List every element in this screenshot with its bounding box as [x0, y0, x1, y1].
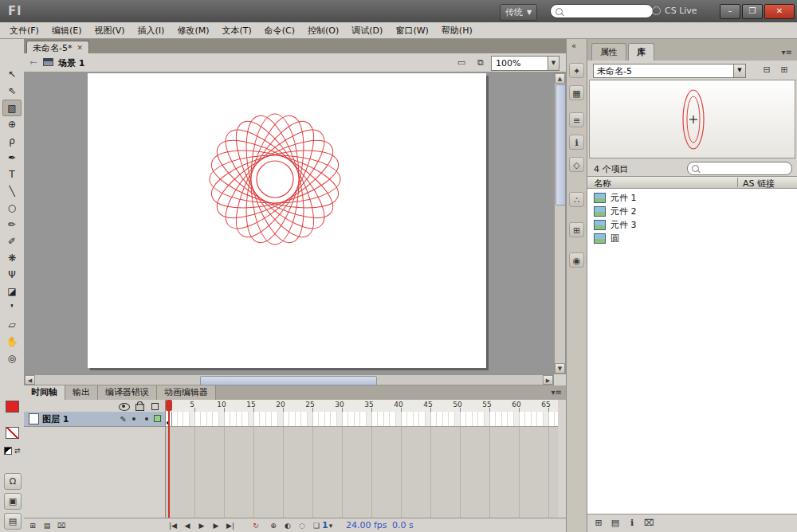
layer-outline-color-chip[interactable] [154, 415, 161, 422]
frames-pane[interactable]: 5 10 15 20 25 30 35 40 45 50 55 60 65 [166, 400, 558, 518]
tab-timeline[interactable]: 时间轴 [24, 385, 65, 400]
layer-lock-dot[interactable] [145, 417, 148, 421]
tab-library[interactable]: 库 [628, 43, 654, 61]
step-forward-button[interactable]: ▶ [210, 520, 222, 531]
oval-tool[interactable]: ○ [2, 200, 22, 217]
info-panel-icon[interactable]: ℹ [569, 135, 584, 150]
line-tool[interactable]: ╲ [2, 183, 22, 200]
text-tool[interactable]: T [2, 166, 22, 183]
back-arrow-icon[interactable]: ← [29, 57, 37, 68]
tab-compiler-errors[interactable]: 编译器错误 [98, 385, 157, 400]
layer-row[interactable]: 图层 1 ✎ [24, 412, 165, 427]
loop-playback-button[interactable]: ↻ [250, 520, 261, 531]
new-folder-button[interactable]: ▤ [608, 517, 622, 530]
scroll-up-icon[interactable]: ▲ [555, 73, 565, 84]
library-panel-menu-icon[interactable]: ▾≡ [782, 48, 792, 57]
tool-option-button-2[interactable]: ▣ [4, 493, 22, 510]
step-back-button[interactable]: ◀ [182, 520, 193, 531]
close-button[interactable]: ✕ [764, 4, 795, 19]
menu-window[interactable]: 窗口(W) [389, 23, 434, 38]
menu-control[interactable]: 控制(O) [301, 23, 345, 38]
column-header-as-linkage[interactable]: AS 链接 [743, 178, 775, 190]
eyedropper-tool[interactable]: ❜ [2, 300, 22, 317]
new-symbol-button[interactable]: ⊞ [591, 517, 606, 530]
canvas-vertical-scrollbar[interactable]: ▲ ▼ [554, 72, 566, 374]
fill-color-swatch[interactable] [6, 427, 19, 439]
restore-button[interactable]: ❐ [742, 4, 763, 19]
search-input[interactable] [550, 4, 654, 18]
scroll-right-icon[interactable]: ▶ [543, 375, 553, 385]
minimize-button[interactable]: – [720, 4, 740, 19]
lasso-tool[interactable]: ρ [2, 133, 22, 150]
edit-symbols-button[interactable]: ⧉ [473, 57, 488, 69]
menu-debug[interactable]: 调试(D) [345, 23, 389, 38]
elapsed-time-value[interactable]: 0.0 s [392, 520, 414, 530]
list-item[interactable]: 元件 2 [587, 205, 797, 218]
pasteboard[interactable] [24, 72, 554, 374]
list-item[interactable]: 元件 1 [587, 191, 797, 205]
eraser-tool[interactable]: ▱ [2, 317, 22, 334]
zoom-level-select[interactable]: 100% ▼ [491, 56, 559, 71]
layer-frames-row[interactable] [166, 412, 558, 427]
show-hide-layers-icon[interactable] [119, 403, 130, 411]
play-button[interactable]: ▶ [196, 520, 207, 531]
motion-presets-panel-icon[interactable]: ◉ [569, 252, 584, 268]
tab-motion-editor[interactable]: 动画编辑器 [157, 385, 216, 400]
workspace-switcher-button[interactable]: 传统 ▼ [500, 4, 537, 21]
3d-rotation-tool[interactable]: ⊕ [2, 116, 22, 133]
selection-tool[interactable]: ↖ [2, 66, 22, 83]
paint-bucket-tool[interactable]: ◪ [2, 284, 22, 300]
document-tab[interactable]: 未命名-5* ✕ [26, 41, 89, 54]
scroll-left-icon[interactable]: ◀ [25, 375, 35, 385]
menu-text[interactable]: 文本(T) [215, 23, 257, 38]
menu-edit[interactable]: 编辑(E) [45, 23, 88, 38]
delete-item-button[interactable]: ⌧ [642, 517, 656, 530]
edit-multiple-frames-button[interactable]: ❏ [311, 520, 322, 531]
pin-library-button[interactable]: ⊟ [760, 64, 773, 76]
lock-layers-icon[interactable] [135, 404, 144, 411]
color-panel-icon[interactable]: ✦ [569, 63, 584, 78]
tab-output[interactable]: 输出 [65, 385, 98, 400]
hand-tool[interactable]: ✋ [2, 334, 22, 350]
tab-properties[interactable]: 属性 [591, 43, 626, 61]
edit-scene-button[interactable]: ▭ [454, 57, 469, 69]
menu-insert[interactable]: 插入(I) [132, 23, 171, 38]
menu-file[interactable]: 文件(F) [3, 23, 45, 38]
bone-tool[interactable]: Ψ [2, 267, 22, 284]
layer-name[interactable]: 图层 1 [42, 413, 69, 425]
scroll-down-icon[interactable]: ▼ [555, 363, 565, 374]
pen-tool[interactable]: ✒ [2, 150, 22, 166]
zoom-tool[interactable]: ◎ [2, 350, 22, 367]
frame-rate-value[interactable]: 24.00 fps [346, 520, 387, 530]
stroke-color-swatch[interactable] [6, 401, 19, 413]
center-frame-button[interactable]: ⊕ [268, 520, 279, 531]
pencil-tool[interactable]: ✏ [2, 217, 22, 233]
free-transform-tool[interactable]: ▧ [2, 100, 22, 116]
menu-modify[interactable]: 修改(M) [171, 23, 215, 38]
brush-tool[interactable]: ✐ [2, 233, 22, 250]
new-library-panel-button[interactable]: ⊞ [778, 64, 791, 76]
align-panel-icon[interactable]: ≡ [569, 112, 584, 127]
transform-panel-icon[interactable]: ◇ [569, 157, 584, 172]
library-document-select[interactable]: 未命名-5 ▼ [593, 64, 746, 78]
menu-help[interactable]: 帮助(H) [435, 23, 479, 38]
menu-commands[interactable]: 命令(C) [258, 23, 301, 38]
onion-skin-button[interactable]: ◐ [282, 520, 293, 531]
timeline-panel-menu-icon[interactable]: ▾≡ [552, 388, 562, 397]
subselection-tool[interactable]: ⇖ [2, 83, 22, 100]
list-item[interactable]: 元件 3 [587, 218, 797, 232]
library-search-input[interactable] [687, 162, 792, 175]
snap-option-button[interactable]: Ω [4, 473, 22, 490]
swap-colors-button[interactable]: ⇄ [14, 447, 21, 455]
canvas-horizontal-scrollbar[interactable]: ◀ ▶ [24, 374, 554, 385]
components-panel-icon[interactable]: ⊞ [569, 222, 584, 237]
new-folder-button[interactable]: ▤ [41, 520, 53, 531]
list-item[interactable]: 圆 [587, 232, 797, 245]
code-snippets-panel-icon[interactable]: ∴ [569, 192, 584, 207]
empty-frames-area[interactable] [166, 427, 558, 518]
tab-close-icon[interactable]: ✕ [77, 44, 83, 52]
frame-ruler[interactable]: 5 10 15 20 25 30 35 40 45 50 55 60 65 [166, 400, 558, 413]
delete-layer-button[interactable]: ⌧ [56, 520, 67, 531]
layer-visibility-dot[interactable] [132, 417, 135, 421]
cs-live-button[interactable]: CS Live [652, 6, 697, 16]
